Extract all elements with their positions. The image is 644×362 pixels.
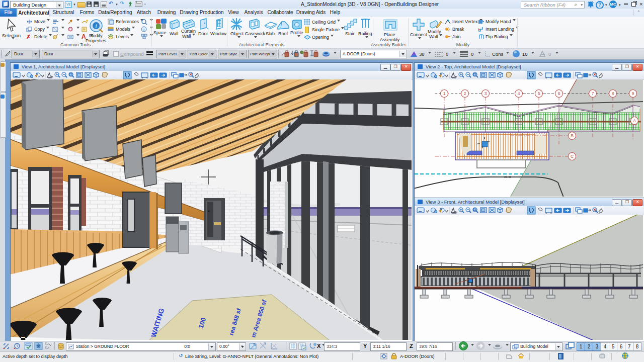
svg-text:36+00: 36+00 <box>504 175 511 178</box>
svg-text:i: i <box>143 27 144 32</box>
svg-text:1: 1 <box>443 91 446 96</box>
svg-text:4: 4 <box>518 91 520 96</box>
svg-text:6: 6 <box>558 91 560 96</box>
svg-text:A: A <box>633 118 636 123</box>
svg-text:3: 3 <box>485 91 487 96</box>
svg-text:5: 5 <box>538 91 540 96</box>
svg-text:9: 9 <box>632 91 634 96</box>
svg-text:C: C <box>571 154 574 159</box>
svg-text:8: 8 <box>612 91 614 96</box>
svg-text:7: 7 <box>592 91 594 96</box>
svg-text:B: B <box>571 133 574 138</box>
svg-text:i: i <box>95 23 97 29</box>
svg-text:2: 2 <box>464 91 466 96</box>
